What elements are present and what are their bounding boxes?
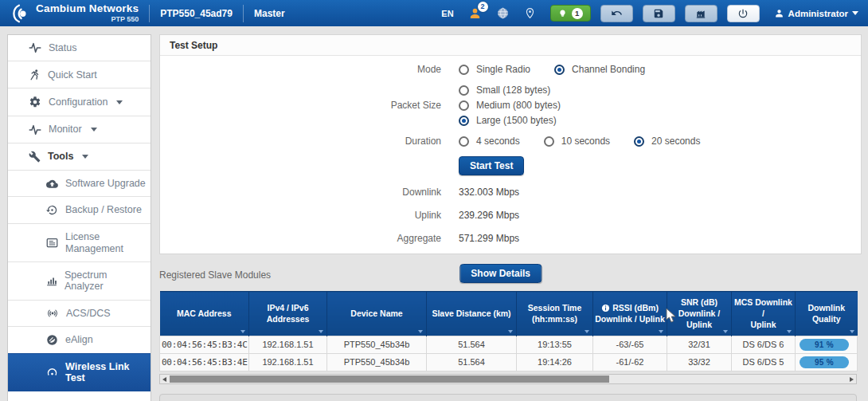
radio-circle[interactable] [459,100,469,111]
sidebar-item-configuration[interactable]: Configuration [8,88,151,116]
scrollbar-thumb[interactable] [170,375,609,383]
sidebar-item-label: Spectrum Analyzer [65,269,146,293]
cell-distance: 51.564 [427,353,517,371]
sidebar-item-acs-dcs[interactable]: ACS/DCS [8,300,151,326]
radio-channel-bonding[interactable]: Channel Bonding [554,64,645,75]
col-header-snr[interactable]: SNR (dB) Downlink / Uplink [667,292,732,336]
reboot-button[interactable] [727,5,760,22]
col-header-mac-address[interactable]: MAC Address [160,292,249,336]
start-test-button[interactable]: Start Test [459,156,524,175]
quality-badge: 95 % [800,356,849,368]
antenna-icon [46,308,59,319]
info-icon[interactable] [601,304,610,313]
user-menu[interactable]: Administrator [774,8,858,18]
user-sessions-indicator[interactable]: 2 [468,6,482,20]
alerts-button[interactable]: 1 [550,5,591,22]
radio-packet-small[interactable]: Small (128 bytes) [459,85,550,96]
scroll-left-arrow-icon[interactable] [162,377,166,382]
slave-modules-title: Registered Slave Modules [159,269,271,281]
sidebar-item-status[interactable]: Status [8,35,151,61]
radio-duration-10s[interactable]: 10 seconds [544,136,610,147]
sidebar-item-spectrum-analyzer[interactable]: Spectrum Analyzer [8,261,151,300]
sidebar-item-label: Quick Start [48,69,97,81]
satellite-dish-icon [46,334,58,346]
col-header-mcs[interactable]: MCS Downlink / Uplink [732,292,796,336]
alerts-count-badge: 1 [572,8,583,19]
sidebar-item-label: Monitor [49,124,82,135]
radio-circle[interactable] [544,136,554,147]
radio-packet-medium[interactable]: Medium (800 bytes) [459,100,561,111]
table-horizontal-scrollbar[interactable] [159,374,857,384]
sort-caret-icon[interactable] [723,330,728,333]
sort-caret-icon[interactable] [787,330,792,333]
col-header-downlink-quality[interactable]: Downlink Quality [796,292,858,336]
radio-duration-4s[interactable]: 4 seconds [459,136,520,147]
sidebar-item-wireless-link-test[interactable]: Wireless Link Test [8,353,151,391]
sort-caret-icon[interactable] [319,330,323,333]
cambium-logo-icon [10,3,30,24]
table-row: 00:04:56:45:B3:4C 192.168.1.51 PTP550_45… [160,336,858,353]
col-header-rssi[interactable]: RSSI (dBm) Downlink / Uplink [593,292,667,336]
brand-name: Cambium Networks [36,3,139,14]
sidebar-item-backup-restore[interactable]: Backup / Restore [8,196,151,223]
downlink-result-row: Downlink 332.003 Mbps [160,187,861,198]
radio-circle[interactable] [459,116,469,126]
sidebar-nav: Status Quick Start Configuration Mo [7,34,151,401]
cell-device-name[interactable]: PTP550_45b34b [327,353,427,371]
location-button[interactable] [524,6,536,20]
col-header-device-name[interactable]: Device Name [327,292,427,336]
cell-ip: 192.168.1.51 [249,353,327,371]
factory-defaults-button[interactable] [685,5,717,22]
sort-caret-icon[interactable] [850,330,854,333]
radio-label: Large (1500 bytes) [476,115,557,126]
sidebar-item-license-management[interactable]: License Management [8,223,151,261]
radio-duration-20s[interactable]: 20 seconds [634,136,700,147]
sidebar-item-label: License Management [65,231,146,254]
radio-circle[interactable] [554,65,565,75]
radio-single-radio[interactable]: Single Radio [459,64,530,75]
sidebar-item-ealign[interactable]: eAlign [8,326,151,353]
quality-badge: 91 % [800,339,849,351]
sidebar-item-tools[interactable]: Tools [8,143,151,170]
web-link[interactable] [496,6,510,20]
sort-caret-icon[interactable] [240,330,245,333]
language-selector[interactable]: EN [441,9,453,18]
sidebar-item-label: Backup / Restore [65,204,142,215]
radio-label: Channel Bonding [572,64,645,75]
sidebar-item-quick-start[interactable]: Quick Start [8,61,151,88]
sidebar-item-label: Tools [48,151,73,162]
app-window: Cambium Networks PTP 550 PTP550_45ad79 M… [0,0,868,401]
sidebar-item-label: Wireless Link Test [65,361,146,384]
downlink-value: 332.003 Mbps [459,187,519,198]
gear-icon [29,96,41,108]
radio-circle[interactable] [459,65,469,75]
test-setup-panel: Test Setup Mode Single Radio Channel Bon… [159,34,862,254]
aggregate-result-row: Aggregate 571.299 Mbps [160,233,861,244]
radio-packet-large[interactable]: Large (1500 bytes) [459,115,557,126]
sidebar-item-software-upgrade[interactable]: Software Upgrade [8,170,151,196]
show-details-button[interactable]: Show Details [459,264,542,283]
col-header-slave-distance[interactable]: Slave Distance (km) [427,292,517,336]
chevron-down-icon [91,128,97,132]
sort-caret-icon[interactable] [418,330,423,333]
save-button[interactable] [643,5,675,22]
sidebar-item-monitor[interactable]: Monitor [8,116,151,142]
radio-circle[interactable] [634,136,644,147]
cell-quality: 95 % [796,353,858,371]
radio-circle[interactable] [459,136,469,147]
revert-button[interactable] [600,5,633,22]
location-pin-icon [524,6,536,20]
radio-circle[interactable] [459,85,469,96]
scroll-right-arrow-icon[interactable] [850,377,854,382]
cell-device-name[interactable]: PTP550_45b34b [327,336,427,353]
sort-caret-icon[interactable] [585,330,589,333]
cell-snr: 33/32 [667,353,732,371]
sort-caret-icon[interactable] [508,330,513,333]
pulse-icon [29,42,41,53]
col-header-session-time[interactable]: Session Time (hh:mm:ss) [517,292,593,336]
lightbulb-icon [558,8,567,19]
power-icon [737,8,749,19]
col-header-ip-addresses[interactable]: IPv4 / IPv6 Addresses [249,292,327,336]
radio-label: Single Radio [476,64,530,75]
sort-caret-icon[interactable] [659,330,663,333]
